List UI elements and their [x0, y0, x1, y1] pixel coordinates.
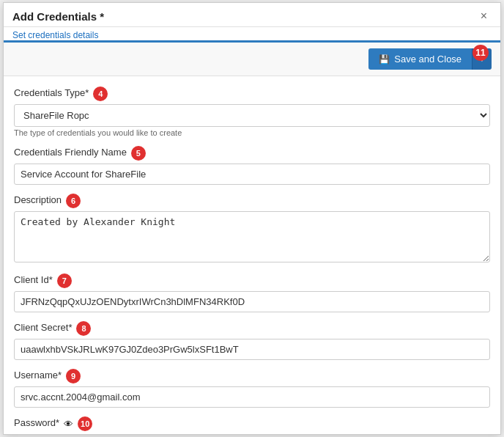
save-and-close-button[interactable]: 💾 Save and Close — [368, 48, 472, 70]
modal-header: Add Credentials * × — [4, 3, 500, 27]
description-label: Description — [14, 194, 62, 205]
description-textarea[interactable]: Created by Alexander Knight — [14, 211, 490, 262]
friendly-name-input[interactable] — [14, 164, 490, 185]
toolbar: 11 💾 Save and Close ▼ — [4, 43, 500, 76]
badge-9: 9 — [66, 369, 81, 383]
username-label-row: Username* 9 — [14, 369, 490, 383]
friendly-name-label-row: Credentials Friendly Name 5 — [14, 146, 490, 161]
client-secret-input[interactable] — [14, 339, 490, 360]
badge-6: 6 — [66, 194, 81, 208]
client-secret-label: Client Secret* — [14, 322, 72, 333]
modal-body: Credentials Type* 4 ShareFile Ropc The t… — [4, 76, 500, 434]
badge-10: 10 — [78, 416, 92, 431]
badge-8: 8 — [76, 321, 91, 336]
username-group: Username* 9 — [14, 369, 490, 408]
client-id-input[interactable] — [14, 291, 490, 312]
credentials-type-select[interactable]: ShareFile Ropc — [14, 104, 490, 127]
client-id-label-row: Client Id* 7 — [14, 273, 490, 288]
add-credentials-modal: Add Credentials * × Set credentials deta… — [3, 2, 501, 435]
description-group: Description 6 Created by Alexander Knigh… — [14, 194, 490, 265]
badge-5: 5 — [131, 146, 146, 161]
modal-title: Add Credentials * — [12, 10, 104, 23]
eye-icon[interactable]: 👁 — [64, 419, 73, 430]
client-id-group: Client Id* 7 — [14, 273, 490, 312]
save-button-label: Save and Close — [394, 54, 462, 65]
friendly-name-label: Credentials Friendly Name — [14, 147, 127, 158]
friendly-name-group: Credentials Friendly Name 5 — [14, 146, 490, 185]
save-icon: 💾 — [379, 54, 390, 65]
credentials-type-group: Credentials Type* 4 ShareFile Ropc The t… — [14, 87, 490, 137]
credentials-type-label: Credentials Type* — [14, 87, 89, 98]
badge-7: 7 — [57, 273, 72, 288]
password-label-row: Password* 👁 10 — [14, 416, 490, 431]
badge-4: 4 — [93, 87, 108, 101]
password-group: Password* 👁 10 — [14, 416, 490, 434]
client-id-label: Client Id* — [14, 274, 53, 285]
credentials-type-label-row: Credentials Type* 4 — [14, 87, 490, 101]
description-label-row: Description 6 — [14, 194, 490, 208]
client-secret-group: Client Secret* 8 — [14, 321, 490, 360]
save-button-group: 11 💾 Save and Close ▼ — [368, 48, 492, 70]
client-secret-label-row: Client Secret* 8 — [14, 321, 490, 336]
username-label: Username* — [14, 370, 62, 381]
credentials-type-hint: The type of credentials you would like t… — [14, 128, 490, 137]
modal-subtitle: Set credentials details — [4, 27, 500, 43]
close-button[interactable]: × — [476, 9, 492, 23]
username-input[interactable] — [14, 386, 490, 408]
badge-11: 11 — [472, 45, 489, 61]
password-label: Password* — [14, 417, 59, 428]
